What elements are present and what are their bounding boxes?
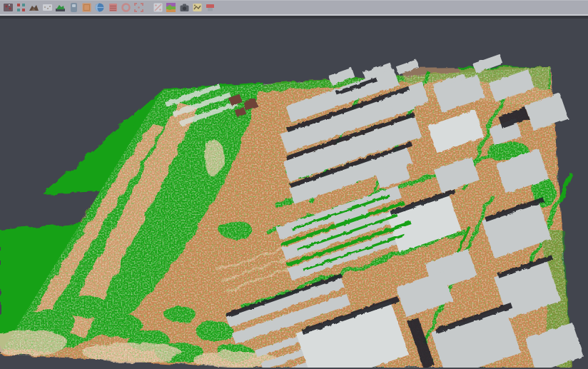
classification-icon[interactable] bbox=[166, 2, 177, 14]
viewport-top-band bbox=[0, 16, 588, 19]
point-cloud-canvas bbox=[0, 16, 588, 368]
terrain-model-icon[interactable] bbox=[55, 2, 66, 14]
ring-tool-icon[interactable] bbox=[121, 2, 132, 14]
sparse-points-icon[interactable] bbox=[41, 2, 53, 14]
toolbar-separator bbox=[146, 2, 151, 14]
point-cloud-icon[interactable] bbox=[2, 2, 14, 14]
viewport-3d[interactable] bbox=[0, 16, 588, 368]
globe-icon[interactable] bbox=[94, 2, 106, 14]
profile-panel-icon[interactable] bbox=[68, 2, 79, 14]
attribute-table-icon[interactable] bbox=[107, 2, 118, 14]
raster-dem-icon[interactable] bbox=[81, 2, 92, 14]
scatter-points-icon[interactable] bbox=[16, 2, 27, 14]
camera-view-icon[interactable] bbox=[178, 2, 190, 14]
measure-notes-icon[interactable] bbox=[191, 2, 203, 14]
application-window: { "window": { "toolbar_background": "#a9… bbox=[0, 0, 588, 369]
faded-tool-icon[interactable] bbox=[152, 2, 163, 14]
red-slab-icon[interactable] bbox=[205, 2, 216, 14]
main-toolbar bbox=[0, 0, 588, 16]
selection-box-icon[interactable] bbox=[133, 2, 145, 14]
mound-icon[interactable] bbox=[29, 2, 40, 14]
